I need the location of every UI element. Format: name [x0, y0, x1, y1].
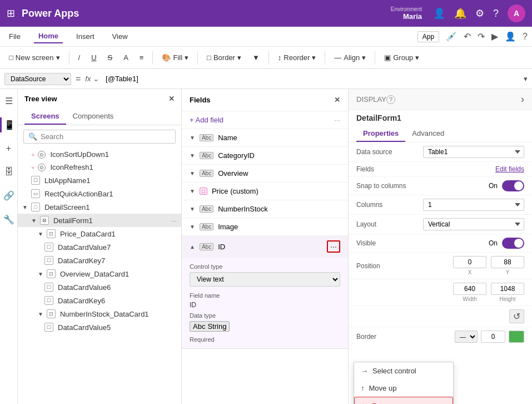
tree-item-lblappname1[interactable]: ☐ LblAppName1 — [18, 174, 181, 187]
sidebar-icon-tree[interactable]: 📱 — [0, 117, 17, 132]
context-menu: → Select control ↑ Move up ✕ Remove — [354, 362, 454, 404]
tree-item-iconrefresh1[interactable]: + ⊙ IconRefresh1 — [18, 161, 181, 174]
tab-screens[interactable]: Screens — [24, 109, 66, 125]
prop-columns-select[interactable]: 1 — [423, 199, 524, 211]
snap-toggle[interactable] — [502, 180, 524, 191]
add-field-button[interactable]: + Add field ··· — [182, 111, 348, 129]
border-color-swatch[interactable] — [509, 331, 524, 343]
tree-item-price-datacard1[interactable]: ▼ ⊡ Price_DataCard1 — [18, 227, 181, 240]
field-id[interactable]: ▲ Abc ID ··· — [182, 236, 348, 258]
tree-item-numberinstock-datacard1[interactable]: ▼ ⊡ NumberInStock_DataCard1 — [18, 307, 181, 321]
context-menu-select-control[interactable]: → Select control — [354, 362, 453, 380]
tree-item-detailform1[interactable]: ▼ ⊠ DetailForm1 ··· — [18, 214, 181, 227]
reorder-chevron: ▾ — [312, 53, 316, 62]
sidebar-icon-data[interactable]: 🗄 — [2, 165, 16, 179]
display-help-icon[interactable]: ? — [386, 95, 395, 104]
bell-icon[interactable]: 🔔 — [454, 7, 466, 19]
user-edit-icon[interactable]: 👤 — [505, 31, 516, 42]
tab-properties[interactable]: Properties — [356, 126, 405, 142]
rotate-button[interactable]: ↺ — [509, 309, 524, 323]
undo-icon[interactable]: ↶ — [464, 31, 471, 42]
avatar[interactable]: A — [508, 4, 525, 22]
tree-item-datacardvalue6[interactable]: ☐ DataCardValue6 — [18, 280, 181, 294]
reorder-btn[interactable]: ↕ Reorder ▾ — [274, 51, 320, 64]
field-numberinstock[interactable]: ▼ Abc NumberInStock — [182, 200, 348, 218]
props-panel: DISPLAY ? › DetailForm1 Properties Advan… — [349, 89, 532, 404]
tab-components[interactable]: Components — [66, 109, 121, 125]
menu-home[interactable]: Home — [34, 29, 63, 43]
fields-close-icon[interactable]: ✕ — [334, 96, 340, 104]
strikethrough-btn[interactable]: S — [103, 51, 117, 64]
screen-icon: □ — [9, 53, 13, 62]
tree-close-icon[interactable]: ✕ — [168, 95, 175, 103]
tab-advanced[interactable]: Advanced — [405, 126, 451, 142]
tree-item-datacardkey7[interactable]: ☐ DataCardKey7 — [18, 254, 181, 267]
size-h-input[interactable] — [491, 283, 524, 295]
align-text-btn[interactable]: ― Align ▾ — [330, 51, 370, 64]
field-categoryid[interactable]: ▼ Abc CategoryID — [182, 147, 348, 165]
control-type-select[interactable]: View text — [190, 272, 340, 287]
tree-item-datacardvalue5[interactable]: ☐ DataCardValue5 — [18, 321, 181, 334]
menu-insert[interactable]: Insert — [72, 30, 99, 43]
more-btn[interactable]: ▼ — [248, 51, 264, 64]
field-name[interactable]: ▼ Abc Name — [182, 129, 348, 147]
group-btn[interactable]: ▣ Group ▾ — [380, 51, 424, 64]
underline-btn[interactable]: U — [87, 51, 101, 64]
tree-item-overview-datacard1[interactable]: ▼ ⊡ Overview_DataCard1 — [18, 267, 181, 280]
field-badge-image: Abc — [200, 223, 213, 230]
field-image[interactable]: ▼ Abc Image — [182, 218, 348, 236]
field-id-more-button[interactable]: ··· — [327, 240, 340, 253]
person-icon[interactable]: 👤 — [433, 7, 445, 19]
fx-button[interactable]: fx ⌄ — [85, 75, 99, 83]
context-menu-remove[interactable]: ✕ Remove — [354, 397, 453, 404]
fill-btn[interactable]: 🎨 Fill ▾ — [157, 51, 193, 64]
field-overview[interactable]: ▼ Abc Overview — [182, 165, 348, 183]
size-w-input[interactable] — [453, 283, 486, 295]
sidebar-icon-add[interactable]: + — [4, 141, 13, 156]
edit-btn[interactable]: / — [74, 51, 85, 64]
sidebar-icon-connections[interactable]: 🔗 — [1, 188, 17, 203]
edit-fields-link[interactable]: Edit fields — [495, 165, 524, 173]
menu-file[interactable]: File — [4, 30, 25, 43]
field-price-custom[interactable]: ▼ □ Price (custom) — [182, 183, 348, 200]
sidebar-icon-tools[interactable]: 🔧 — [1, 212, 17, 227]
formula-bar: DataSource = fx ⌄ ▾ — [0, 69, 532, 89]
tree-search-input[interactable] — [41, 132, 171, 141]
position-x-input[interactable] — [453, 256, 486, 268]
sidebar-icon-menu[interactable]: ☰ — [3, 93, 15, 109]
border-btn[interactable]: □ Border ▾ — [202, 51, 246, 64]
tree-item-datacardkey6[interactable]: ☐ DataCardKey6 — [18, 294, 181, 307]
detailform1-more-icon[interactable]: ··· — [171, 216, 177, 225]
app-grid-icon[interactable]: ⊞ — [7, 7, 15, 19]
align-btn[interactable]: ≡ — [135, 51, 148, 64]
size-w-label: Width — [463, 296, 477, 302]
tree-title: Tree view — [24, 95, 57, 103]
border-style-select[interactable]: — — [455, 331, 478, 343]
position-y-input[interactable] — [491, 256, 524, 268]
tree-item-rectquickactionbar1[interactable]: ▭ RectQuickActionBar1 — [18, 187, 181, 200]
formula-expand-icon[interactable]: ▾ — [524, 75, 528, 83]
new-screen-button[interactable]: □ New screen ▾ — [4, 51, 64, 64]
gear-icon[interactable]: ⚙ — [475, 7, 484, 19]
help-icon[interactable]: ? — [493, 8, 499, 19]
redo-icon[interactable]: ↷ — [478, 31, 485, 42]
menu-view[interactable]: View — [108, 30, 132, 43]
form-icon: ⊠ — [40, 216, 49, 225]
tree-item-iconsortupdown1[interactable]: + ⊙ IconSortUpDown1 — [18, 148, 181, 161]
tree-item-detailscreen1[interactable]: ▼ □ DetailScreen1 — [18, 200, 181, 214]
context-menu-move-up[interactable]: ↑ Move up — [354, 380, 453, 397]
border-width-input[interactable] — [481, 331, 505, 343]
visible-toggle[interactable] — [502, 238, 524, 249]
prop-datasource-select[interactable]: Table1 — [423, 146, 524, 158]
formula-input[interactable] — [103, 73, 519, 84]
play-icon[interactable]: ▶ — [491, 31, 498, 42]
prop-layout-select[interactable]: Vertical — [423, 218, 524, 230]
props-expand-icon[interactable]: › — [521, 93, 524, 105]
add-field-more-icon[interactable]: ··· — [334, 116, 340, 124]
font-btn[interactable]: A — [119, 51, 133, 64]
tree-item-datacardvalue7[interactable]: ☐ DataCardValue7 — [18, 240, 181, 254]
property-selector[interactable]: DataSource — [4, 73, 71, 85]
field-label-id: ID — [218, 243, 225, 251]
topbar-help-icon[interactable]: ? — [523, 32, 528, 42]
health-icon[interactable]: 💉 — [446, 31, 457, 42]
